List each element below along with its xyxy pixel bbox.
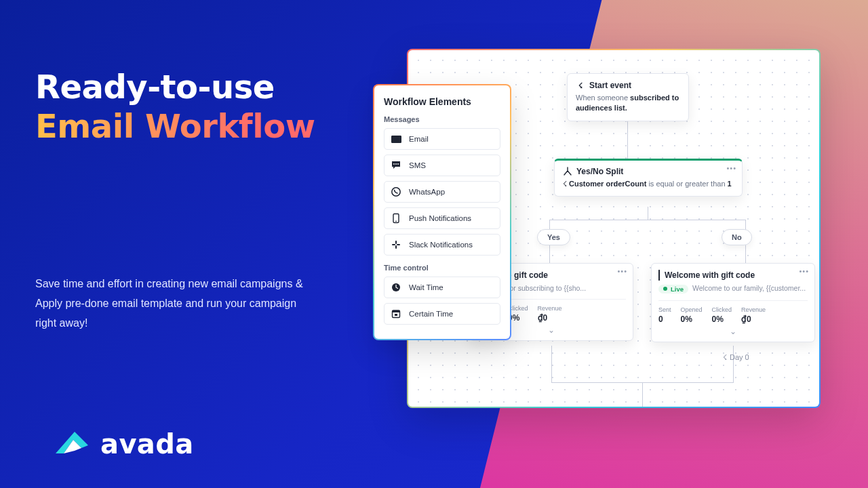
element-certain-time[interactable]: Certain Time <box>384 303 500 325</box>
workflow-elements-panel: Workflow Elements Messages Email SMS Wha… <box>373 84 511 340</box>
svg-point-0 <box>393 163 395 165</box>
push-icon <box>391 213 401 224</box>
element-email[interactable]: Email <box>384 128 500 150</box>
panel-section-time: Time control <box>384 264 500 272</box>
sms-icon <box>391 160 401 171</box>
day-badge: Day 0 <box>723 353 749 362</box>
svg-point-1 <box>395 163 397 165</box>
slack-icon <box>391 239 401 250</box>
node-menu-icon[interactable]: ••• <box>726 165 736 172</box>
connector <box>733 346 734 383</box>
connector <box>551 346 552 383</box>
element-push[interactable]: Push Notifications <box>384 207 500 229</box>
connector <box>642 382 643 407</box>
svg-point-3 <box>392 188 400 196</box>
svg-point-5 <box>395 221 397 222</box>
email-icon <box>391 134 401 144</box>
element-label: Certain Time <box>409 310 453 318</box>
hero: Ready-to-use Email Workflow Save time an… <box>35 68 347 333</box>
element-sms[interactable]: SMS <box>384 155 500 176</box>
node-menu-icon[interactable]: ••• <box>799 268 809 275</box>
element-label: SMS <box>409 161 426 169</box>
chevron-down-icon[interactable]: ⌄ <box>658 327 808 336</box>
svg-rect-6 <box>395 241 397 244</box>
connector <box>648 207 648 220</box>
connector <box>549 220 746 220</box>
element-label: Push Notifications <box>409 214 471 222</box>
element-slack[interactable]: Slack Notifications <box>384 234 500 256</box>
brand-logo-text: avada <box>100 428 194 460</box>
hero-copy: Save time and effort in creating new ema… <box>35 274 320 333</box>
node-split[interactable]: ••• Yes/No Split ☇ Customer orderCount i… <box>554 159 743 197</box>
panel-title: Workflow Elements <box>384 96 500 107</box>
node-menu-icon[interactable]: ••• <box>617 268 627 275</box>
node-split-title: Yes/No Split <box>576 167 623 176</box>
branch-no-pill: No <box>722 229 752 245</box>
svg-rect-13 <box>395 314 397 316</box>
svg-point-2 <box>397 163 399 165</box>
calendar-icon <box>391 308 401 319</box>
hero-title: Ready-to-use Email Workflow <box>35 68 347 146</box>
hero-title-line1: Ready-to-use <box>35 68 275 106</box>
connector <box>627 118 628 159</box>
leaf-right-stats: Sent0 Opened0% Clicked0% Revenue₫0 <box>658 300 808 324</box>
svg-rect-9 <box>397 244 400 245</box>
clock-icon <box>391 282 401 293</box>
status-badge-live: Live <box>658 285 688 293</box>
node-split-condition: ☇ Customer orderCount is equal or greate… <box>563 179 734 189</box>
brand-logo: avada <box>54 428 194 460</box>
leaf-right-title: Welcome with gift code <box>665 270 755 280</box>
email-icon <box>658 270 660 280</box>
element-wait-time[interactable]: Wait Time <box>384 277 500 298</box>
node-email-right[interactable]: ••• Welcome with gift code LiveWelcome t… <box>651 263 815 342</box>
svg-rect-8 <box>392 244 395 245</box>
element-label: WhatsApp <box>409 188 445 196</box>
leaf-right-preview: LiveWelcome to our family, {{customer... <box>658 284 808 293</box>
panel-section-messages: Messages <box>384 115 500 123</box>
split-icon <box>563 167 572 176</box>
hero-title-line2: Email Workflow <box>35 107 315 145</box>
node-start-desc: When someone subscribed to audiences lis… <box>576 93 680 114</box>
brand-logo-mark <box>54 429 92 459</box>
bolt-icon: ☇ <box>576 81 585 90</box>
branch-yes-pill: Yes <box>537 229 570 245</box>
element-label: Wait Time <box>409 283 443 291</box>
element-whatsapp[interactable]: WhatsApp <box>384 181 500 203</box>
element-label: Email <box>409 135 429 143</box>
element-label: Slack Notifications <box>409 241 473 249</box>
svg-rect-12 <box>393 310 400 312</box>
whatsapp-icon <box>391 186 401 197</box>
node-start-event[interactable]: ☇ Start event When someone subscribed to… <box>567 73 689 121</box>
svg-rect-7 <box>395 245 397 249</box>
node-start-title: Start event <box>589 81 631 90</box>
